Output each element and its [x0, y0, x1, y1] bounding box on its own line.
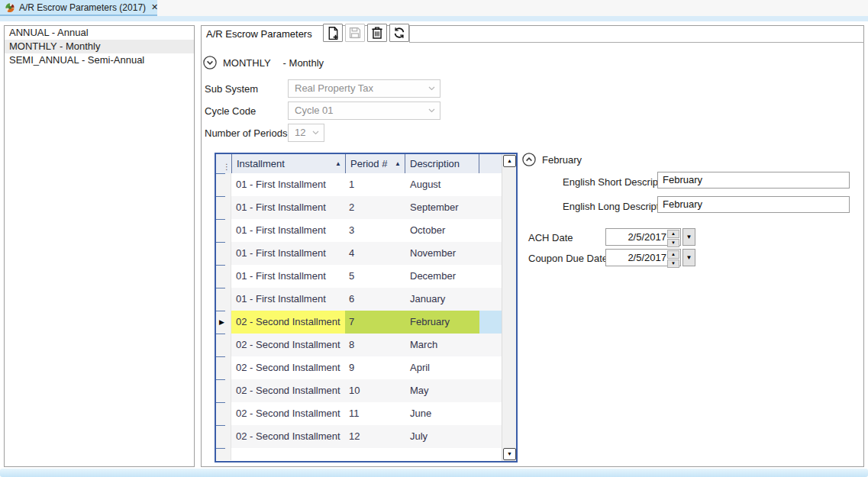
row-selector[interactable]	[216, 425, 231, 448]
spin-down-button[interactable]: ▼	[667, 259, 679, 268]
cell-filler[interactable]	[479, 425, 502, 448]
row-selector[interactable]	[216, 356, 231, 379]
scroll-down-button[interactable]: ▼	[503, 448, 516, 460]
delete-button[interactable]	[367, 24, 387, 42]
cell-period[interactable]: 8	[345, 334, 405, 356]
grid-row[interactable]: 02 - Second Installment8March	[216, 334, 502, 356]
cell-description[interactable]: March	[405, 334, 479, 356]
column-header-description[interactable]: Description	[405, 154, 479, 173]
cell-installment[interactable]: 01 - First Installment	[231, 196, 345, 219]
grid-row[interactable]: 02 - Second Installment11June	[216, 402, 502, 425]
row-selector[interactable]	[216, 196, 231, 219]
cell-description[interactable]: August	[405, 173, 479, 196]
cell-installment[interactable]: 01 - First Installment	[231, 173, 345, 196]
tab-close-icon[interactable]: ✕	[151, 2, 158, 12]
row-selector[interactable]	[216, 402, 231, 425]
grid-row[interactable]: 01 - First Installment6January	[216, 288, 502, 311]
document-tab[interactable]: A/R Escrow Parameters (2017) ✕	[0, 0, 157, 16]
collapse-chevron-up-button[interactable]	[522, 153, 536, 166]
collapse-chevron-button[interactable]	[203, 56, 217, 69]
cell-filler[interactable]	[479, 379, 502, 402]
grid-row[interactable]: 02 - Second Installment12July	[216, 425, 502, 448]
row-selector[interactable]	[216, 265, 231, 288]
cell-description[interactable]: December	[405, 265, 479, 288]
ach-date-input[interactable]: 2/5/2017 ▲ ▼	[605, 228, 681, 246]
calendar-dropdown-button[interactable]: ▼	[682, 228, 695, 246]
number-of-periods-select[interactable]: 12	[288, 124, 324, 142]
cell-filler[interactable]	[479, 356, 502, 379]
cell-period[interactable]: 3	[345, 219, 405, 242]
cell-installment[interactable]: 02 - Second Installment	[231, 334, 345, 356]
row-selector[interactable]: ▶	[216, 311, 231, 334]
spin-up-button[interactable]: ▲	[667, 230, 679, 238]
row-selector[interactable]	[216, 288, 231, 311]
grid-row[interactable]: 02 - Second Installment10May	[216, 379, 502, 402]
cell-period[interactable]: 5	[345, 265, 405, 288]
cell-period[interactable]: 7	[345, 311, 405, 334]
coupon-due-date-input[interactable]: 2/5/2017 ▲ ▼	[605, 249, 681, 266]
cell-filler[interactable]	[479, 219, 502, 242]
cell-filler[interactable]	[231, 448, 502, 460]
cell-description[interactable]: July	[405, 425, 479, 448]
short-description-input[interactable]: February	[657, 172, 850, 189]
cell-filler[interactable]	[479, 334, 502, 356]
spin-down-button[interactable]: ▼	[667, 239, 679, 247]
cell-description[interactable]: April	[405, 356, 479, 379]
cell-installment[interactable]: 01 - First Installment	[231, 242, 345, 265]
row-selector[interactable]	[216, 173, 231, 196]
escrow-type-list-item[interactable]: SEMI_ANNUAL - Semi-Annual	[5, 53, 194, 67]
cell-period[interactable]: 4	[345, 242, 405, 265]
cell-installment[interactable]: 02 - Second Installment	[231, 356, 345, 379]
cell-filler[interactable]	[479, 265, 502, 288]
save-button[interactable]	[345, 24, 365, 42]
cell-description[interactable]: October	[405, 219, 479, 242]
cell-filler[interactable]	[479, 173, 502, 196]
spin-up-button[interactable]: ▲	[667, 250, 679, 259]
grid-row[interactable]: 01 - First Installment1August	[216, 173, 502, 196]
grid-row[interactable]: 01 - First Installment3October	[216, 219, 502, 242]
grid-row[interactable]: ▶02 - Second Installment7February	[216, 311, 502, 334]
cell-period[interactable]: 9	[345, 356, 405, 379]
row-selector[interactable]	[216, 448, 231, 460]
grid-row[interactable]: 01 - First Installment2September	[216, 196, 502, 219]
new-record-button[interactable]	[323, 24, 343, 42]
escrow-type-list-item[interactable]: MONTHLY - Monthly	[5, 40, 194, 53]
calendar-dropdown-button[interactable]: ▼	[682, 249, 695, 266]
escrow-type-list-item[interactable]: ANNUAL - Annual	[5, 26, 194, 40]
grid-row[interactable]: 01 - First Installment4November	[216, 242, 502, 265]
cell-description[interactable]: January	[405, 288, 479, 311]
cell-installment[interactable]: 02 - Second Installment	[231, 425, 345, 448]
row-selector[interactable]	[216, 379, 231, 402]
refresh-button[interactable]	[389, 24, 409, 42]
cell-period[interactable]: 1	[345, 173, 405, 196]
cell-period[interactable]: 2	[345, 196, 405, 219]
cell-description[interactable]: May	[405, 379, 479, 402]
vertical-scrollbar[interactable]: ▲ ▼	[502, 154, 516, 461]
cell-period[interactable]: 11	[345, 402, 405, 425]
cell-period[interactable]: 12	[345, 425, 405, 448]
long-description-input[interactable]: February	[657, 196, 850, 213]
grid-row[interactable]: 01 - First Installment5December	[216, 265, 502, 288]
cell-description[interactable]: November	[405, 242, 479, 265]
cell-period[interactable]: 6	[345, 288, 405, 311]
cell-filler[interactable]	[479, 311, 502, 334]
cycle-code-select[interactable]: Cycle 01	[288, 102, 440, 120]
cell-installment[interactable]: 01 - First Installment	[231, 219, 345, 242]
cell-description[interactable]: June	[405, 402, 479, 425]
cell-installment[interactable]: 01 - First Installment	[231, 288, 345, 311]
cell-installment[interactable]: 02 - Second Installment	[231, 311, 345, 334]
column-header-installment[interactable]: Installment▲	[231, 154, 345, 173]
grid-row[interactable]: 02 - Second Installment9April	[216, 356, 502, 379]
cell-period[interactable]: 10	[345, 379, 405, 402]
cell-filler[interactable]	[479, 196, 502, 219]
row-selector[interactable]	[216, 242, 231, 265]
row-selector[interactable]	[216, 334, 231, 356]
cell-filler[interactable]	[479, 402, 502, 425]
column-header-period[interactable]: Period #▲	[345, 154, 405, 173]
scroll-up-button[interactable]: ▲	[503, 155, 516, 167]
cell-filler[interactable]	[479, 242, 502, 265]
cell-installment[interactable]: 02 - Second Installment	[231, 379, 345, 402]
sub-system-select[interactable]: Real Property Tax	[288, 79, 440, 98]
cell-filler[interactable]	[479, 288, 502, 311]
cell-installment[interactable]: 01 - First Installment	[231, 265, 345, 288]
